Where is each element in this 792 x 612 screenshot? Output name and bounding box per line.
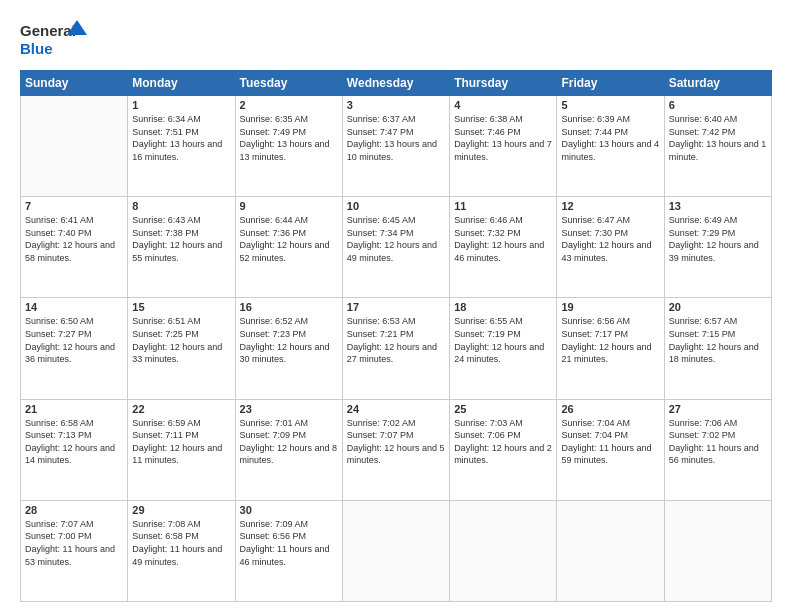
day-number: 16: [240, 301, 338, 313]
calendar-cell: 4 Sunrise: 6:38 AMSunset: 7:46 PMDayligh…: [450, 96, 557, 197]
day-info: Sunrise: 6:55 AMSunset: 7:19 PMDaylight:…: [454, 315, 552, 365]
day-info: Sunrise: 6:57 AMSunset: 7:15 PMDaylight:…: [669, 315, 767, 365]
calendar-cell: 23 Sunrise: 7:01 AMSunset: 7:09 PMDaylig…: [235, 399, 342, 500]
day-number: 14: [25, 301, 123, 313]
day-info: Sunrise: 7:09 AMSunset: 6:56 PMDaylight:…: [240, 518, 338, 568]
calendar-cell: 5 Sunrise: 6:39 AMSunset: 7:44 PMDayligh…: [557, 96, 664, 197]
day-number: 20: [669, 301, 767, 313]
day-number: 28: [25, 504, 123, 516]
calendar-week-row: 21 Sunrise: 6:58 AMSunset: 7:13 PMDaylig…: [21, 399, 772, 500]
calendar-cell: 9 Sunrise: 6:44 AMSunset: 7:36 PMDayligh…: [235, 197, 342, 298]
calendar-cell: 14 Sunrise: 6:50 AMSunset: 7:27 PMDaylig…: [21, 298, 128, 399]
calendar-cell: 18 Sunrise: 6:55 AMSunset: 7:19 PMDaylig…: [450, 298, 557, 399]
day-number: 24: [347, 403, 445, 415]
day-number: 23: [240, 403, 338, 415]
calendar-week-row: 14 Sunrise: 6:50 AMSunset: 7:27 PMDaylig…: [21, 298, 772, 399]
day-info: Sunrise: 6:51 AMSunset: 7:25 PMDaylight:…: [132, 315, 230, 365]
day-info: Sunrise: 6:37 AMSunset: 7:47 PMDaylight:…: [347, 113, 445, 163]
day-number: 2: [240, 99, 338, 111]
calendar-week-row: 1 Sunrise: 6:34 AMSunset: 7:51 PMDayligh…: [21, 96, 772, 197]
day-number: 1: [132, 99, 230, 111]
calendar-week-row: 28 Sunrise: 7:07 AMSunset: 7:00 PMDaylig…: [21, 500, 772, 601]
day-number: 13: [669, 200, 767, 212]
logo: General Blue: [20, 18, 90, 60]
day-info: Sunrise: 6:59 AMSunset: 7:11 PMDaylight:…: [132, 417, 230, 467]
calendar-cell: [664, 500, 771, 601]
day-number: 15: [132, 301, 230, 313]
day-number: 19: [561, 301, 659, 313]
svg-text:General: General: [20, 22, 76, 39]
day-info: Sunrise: 6:52 AMSunset: 7:23 PMDaylight:…: [240, 315, 338, 365]
calendar-cell: 19 Sunrise: 6:56 AMSunset: 7:17 PMDaylig…: [557, 298, 664, 399]
generalblue-logo: General Blue: [20, 18, 90, 60]
day-number: 12: [561, 200, 659, 212]
page: General Blue SundayMondayTuesdayWednesda…: [0, 0, 792, 612]
weekday-header: Monday: [128, 71, 235, 96]
day-info: Sunrise: 7:02 AMSunset: 7:07 PMDaylight:…: [347, 417, 445, 467]
calendar-table: SundayMondayTuesdayWednesdayThursdayFrid…: [20, 70, 772, 602]
calendar-cell: 30 Sunrise: 7:09 AMSunset: 6:56 PMDaylig…: [235, 500, 342, 601]
day-number: 10: [347, 200, 445, 212]
day-number: 11: [454, 200, 552, 212]
calendar-cell: 26 Sunrise: 7:04 AMSunset: 7:04 PMDaylig…: [557, 399, 664, 500]
day-info: Sunrise: 6:39 AMSunset: 7:44 PMDaylight:…: [561, 113, 659, 163]
day-info: Sunrise: 6:45 AMSunset: 7:34 PMDaylight:…: [347, 214, 445, 264]
calendar-cell: [450, 500, 557, 601]
day-info: Sunrise: 6:34 AMSunset: 7:51 PMDaylight:…: [132, 113, 230, 163]
day-number: 7: [25, 200, 123, 212]
weekday-header: Friday: [557, 71, 664, 96]
weekday-header: Sunday: [21, 71, 128, 96]
calendar-cell: 11 Sunrise: 6:46 AMSunset: 7:32 PMDaylig…: [450, 197, 557, 298]
day-info: Sunrise: 6:40 AMSunset: 7:42 PMDaylight:…: [669, 113, 767, 163]
day-number: 21: [25, 403, 123, 415]
day-info: Sunrise: 6:44 AMSunset: 7:36 PMDaylight:…: [240, 214, 338, 264]
calendar-cell: 15 Sunrise: 6:51 AMSunset: 7:25 PMDaylig…: [128, 298, 235, 399]
calendar-cell: 2 Sunrise: 6:35 AMSunset: 7:49 PMDayligh…: [235, 96, 342, 197]
calendar-cell: 1 Sunrise: 6:34 AMSunset: 7:51 PMDayligh…: [128, 96, 235, 197]
calendar-cell: 13 Sunrise: 6:49 AMSunset: 7:29 PMDaylig…: [664, 197, 771, 298]
calendar-cell: 22 Sunrise: 6:59 AMSunset: 7:11 PMDaylig…: [128, 399, 235, 500]
day-info: Sunrise: 7:07 AMSunset: 7:00 PMDaylight:…: [25, 518, 123, 568]
calendar-cell: 8 Sunrise: 6:43 AMSunset: 7:38 PMDayligh…: [128, 197, 235, 298]
calendar-cell: 3 Sunrise: 6:37 AMSunset: 7:47 PMDayligh…: [342, 96, 449, 197]
day-number: 6: [669, 99, 767, 111]
calendar-cell: 7 Sunrise: 6:41 AMSunset: 7:40 PMDayligh…: [21, 197, 128, 298]
calendar-week-row: 7 Sunrise: 6:41 AMSunset: 7:40 PMDayligh…: [21, 197, 772, 298]
day-number: 5: [561, 99, 659, 111]
day-info: Sunrise: 7:08 AMSunset: 6:58 PMDaylight:…: [132, 518, 230, 568]
day-info: Sunrise: 6:53 AMSunset: 7:21 PMDaylight:…: [347, 315, 445, 365]
day-info: Sunrise: 6:46 AMSunset: 7:32 PMDaylight:…: [454, 214, 552, 264]
day-number: 9: [240, 200, 338, 212]
day-number: 29: [132, 504, 230, 516]
calendar-cell: 10 Sunrise: 6:45 AMSunset: 7:34 PMDaylig…: [342, 197, 449, 298]
weekday-header: Saturday: [664, 71, 771, 96]
calendar-cell: 16 Sunrise: 6:52 AMSunset: 7:23 PMDaylig…: [235, 298, 342, 399]
day-info: Sunrise: 6:35 AMSunset: 7:49 PMDaylight:…: [240, 113, 338, 163]
day-number: 3: [347, 99, 445, 111]
day-info: Sunrise: 6:43 AMSunset: 7:38 PMDaylight:…: [132, 214, 230, 264]
day-info: Sunrise: 6:58 AMSunset: 7:13 PMDaylight:…: [25, 417, 123, 467]
day-number: 4: [454, 99, 552, 111]
day-number: 25: [454, 403, 552, 415]
calendar-cell: 28 Sunrise: 7:07 AMSunset: 7:00 PMDaylig…: [21, 500, 128, 601]
calendar-cell: 6 Sunrise: 6:40 AMSunset: 7:42 PMDayligh…: [664, 96, 771, 197]
day-info: Sunrise: 7:04 AMSunset: 7:04 PMDaylight:…: [561, 417, 659, 467]
calendar-cell: 12 Sunrise: 6:47 AMSunset: 7:30 PMDaylig…: [557, 197, 664, 298]
weekday-header-row: SundayMondayTuesdayWednesdayThursdayFrid…: [21, 71, 772, 96]
calendar-cell: [21, 96, 128, 197]
calendar-cell: 21 Sunrise: 6:58 AMSunset: 7:13 PMDaylig…: [21, 399, 128, 500]
weekday-header: Thursday: [450, 71, 557, 96]
day-number: 30: [240, 504, 338, 516]
day-info: Sunrise: 6:47 AMSunset: 7:30 PMDaylight:…: [561, 214, 659, 264]
calendar-cell: [342, 500, 449, 601]
day-info: Sunrise: 7:03 AMSunset: 7:06 PMDaylight:…: [454, 417, 552, 467]
calendar-cell: [557, 500, 664, 601]
calendar-cell: 29 Sunrise: 7:08 AMSunset: 6:58 PMDaylig…: [128, 500, 235, 601]
day-number: 27: [669, 403, 767, 415]
calendar-cell: 25 Sunrise: 7:03 AMSunset: 7:06 PMDaylig…: [450, 399, 557, 500]
day-number: 17: [347, 301, 445, 313]
calendar-cell: 24 Sunrise: 7:02 AMSunset: 7:07 PMDaylig…: [342, 399, 449, 500]
svg-text:Blue: Blue: [20, 40, 53, 57]
header: General Blue: [20, 18, 772, 60]
day-info: Sunrise: 6:49 AMSunset: 7:29 PMDaylight:…: [669, 214, 767, 264]
